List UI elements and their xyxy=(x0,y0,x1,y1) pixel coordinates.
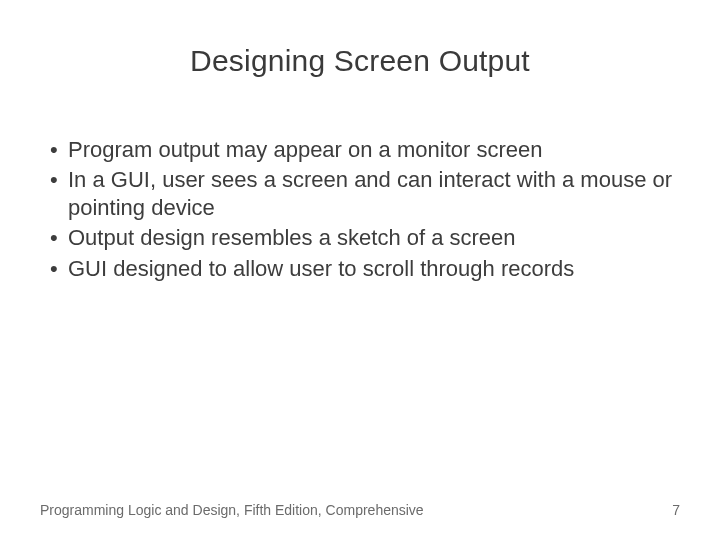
list-item: In a GUI, user sees a screen and can int… xyxy=(40,166,680,222)
slide-footer: Programming Logic and Design, Fifth Edit… xyxy=(0,502,720,518)
footer-source: Programming Logic and Design, Fifth Edit… xyxy=(40,502,424,518)
page-number: 7 xyxy=(672,502,680,518)
list-item: Program output may appear on a monitor s… xyxy=(40,136,680,164)
slide-title: Designing Screen Output xyxy=(0,0,720,88)
slide-body: Program output may appear on a monitor s… xyxy=(0,88,720,283)
slide: Designing Screen Output Program output m… xyxy=(0,0,720,540)
list-item: GUI designed to allow user to scroll thr… xyxy=(40,255,680,283)
bullet-list: Program output may appear on a monitor s… xyxy=(40,136,680,283)
list-item: Output design resembles a sketch of a sc… xyxy=(40,224,680,252)
